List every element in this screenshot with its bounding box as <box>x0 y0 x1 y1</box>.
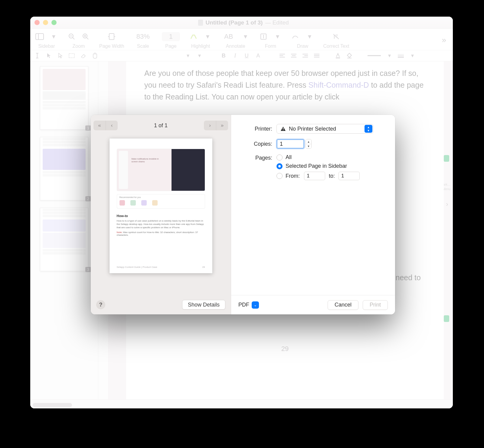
chevron-down-icon[interactable]: ▾ <box>408 52 416 60</box>
window-title: Untitled (Page 1 of 3) — Edited <box>60 19 427 26</box>
svg-rect-0 <box>36 34 44 40</box>
bold-icon[interactable]: B <box>220 52 227 60</box>
radio-icon <box>276 173 283 179</box>
page-thumbnail[interactable]: 1 <box>40 66 88 130</box>
pagewidth-label: Page Width <box>99 44 124 49</box>
page-thumbnail[interactable]: 3 <box>40 208 88 271</box>
print-button[interactable]: Print <box>363 300 388 310</box>
annotate-icon: AB <box>221 33 236 41</box>
align-left-icon[interactable] <box>278 52 286 60</box>
pages-from-label: From: <box>286 173 300 179</box>
draw-label: Draw <box>297 44 308 49</box>
text-cursor-icon[interactable] <box>33 52 41 60</box>
copies-stepper[interactable]: ▲ ▼ <box>306 139 312 149</box>
text-color-icon[interactable] <box>334 52 342 60</box>
correct-label: Correct Text <box>323 44 349 49</box>
copies-label: Copies: <box>242 141 272 147</box>
dropdown-icon[interactable]: ▾ <box>184 52 192 60</box>
printer-value: No Printer Selected <box>289 126 336 132</box>
annotate-label: Annotate <box>226 44 245 49</box>
preview-page: Make notifications invisible in screen s… <box>110 138 212 273</box>
preview-nav-back: « ‹ <box>93 121 118 130</box>
cancel-button[interactable]: Cancel <box>328 300 358 310</box>
warning-icon <box>280 126 286 131</box>
pdf-menu[interactable]: PDF ⌄ <box>238 301 259 309</box>
svg-rect-12 <box>69 54 74 58</box>
dropdown-icon[interactable]: ▾ <box>195 52 203 60</box>
page-group[interactable]: 1 Page <box>162 31 180 49</box>
scale-group[interactable]: 83% Scale <box>133 31 153 49</box>
printer-select[interactable]: No Printer Selected ▲▼ <box>276 124 373 134</box>
pointer-outline-icon[interactable] <box>56 52 64 60</box>
minimize-window-icon[interactable] <box>43 20 48 25</box>
form-group[interactable]: ▾ Form <box>259 31 282 49</box>
align-justify-icon[interactable] <box>313 52 321 60</box>
pages-all-label: All <box>286 154 292 161</box>
preview-recommended: Recommended for you <box>117 194 205 209</box>
draw-group[interactable]: ▾ Draw <box>291 31 314 49</box>
pages-all-option[interactable]: All <box>276 154 384 161</box>
fullscreen-window-icon[interactable] <box>51 20 57 25</box>
show-details-button[interactable]: Show Details <box>182 300 225 310</box>
underline-icon[interactable]: U <box>243 52 250 60</box>
copies-input[interactable] <box>276 139 304 149</box>
stepper-down-icon[interactable]: ▼ <box>306 144 311 148</box>
sidebar-toggle[interactable]: ▾ Sidebar <box>35 31 58 49</box>
align-right-icon[interactable] <box>301 52 309 60</box>
hand-icon[interactable] <box>91 52 99 60</box>
overflow-icon[interactable]: » <box>442 35 448 45</box>
highlight-group[interactable]: ▾ Highlight <box>189 31 212 49</box>
page-thumbnail[interactable]: 2 <box>40 137 88 200</box>
pages-selected-option[interactable]: Selected Page in Sidebar <box>276 163 384 169</box>
draw-icon <box>291 32 300 41</box>
svg-rect-31 <box>283 128 283 129</box>
titlebar: Untitled (Page 1 of 3) — Edited <box>30 17 453 29</box>
shortcut-link[interactable]: Shift-Command-D <box>309 81 369 89</box>
print-preview-panel: « ‹ 1 of 1 › » Make notifications invisi… <box>91 115 231 314</box>
thumbnail-sidebar: 1 2 3 <box>30 61 98 408</box>
chevron-down-icon: ⌄ <box>252 301 259 309</box>
preview-hero: Make notifications invisible in screen s… <box>117 149 205 191</box>
preview-note: Note: Max symbol count for How-to title:… <box>117 231 205 236</box>
next-page-button[interactable]: › <box>204 121 216 130</box>
horizontal-scrollbar[interactable] <box>33 403 72 407</box>
zoom-out-icon[interactable] <box>67 32 76 41</box>
marquee-icon[interactable] <box>68 52 76 60</box>
chevron-down-icon: ▾ <box>273 32 282 41</box>
help-button[interactable]: ? <box>96 300 105 309</box>
line-style-icon[interactable] <box>367 52 382 60</box>
annotate-group[interactable]: AB▾ Annotate <box>221 31 250 49</box>
accent-marker <box>444 315 449 322</box>
correct-text-icon <box>332 32 341 41</box>
close-window-icon[interactable] <box>34 20 40 25</box>
thumb-pagenum: 2 <box>85 196 91 201</box>
zoom-group[interactable]: Zoom <box>67 31 90 49</box>
fill-color-icon[interactable] <box>345 52 353 60</box>
eraser-icon[interactable] <box>79 52 87 60</box>
stepper-up-icon[interactable]: ▲ <box>306 139 311 144</box>
font-icon[interactable]: A <box>254 52 262 60</box>
traffic-lights <box>34 20 57 25</box>
last-page-button[interactable]: » <box>216 121 228 130</box>
pages-to-label: to: <box>329 173 335 179</box>
page-value[interactable]: 1 <box>162 32 180 41</box>
first-page-button[interactable]: « <box>93 121 106 130</box>
radio-icon <box>276 154 283 161</box>
chevron-down-icon[interactable]: ▾ <box>385 52 393 60</box>
footer-bar <box>30 399 453 408</box>
line-width-icon[interactable] <box>397 52 405 60</box>
pointer-icon[interactable] <box>45 52 53 60</box>
scroll-right-icon[interactable]: › <box>443 200 451 208</box>
pages-range-option[interactable]: From: to: <box>276 172 384 180</box>
zoom-in-icon[interactable] <box>81 32 90 41</box>
pages-to-input[interactable] <box>338 172 360 180</box>
prev-page-button[interactable]: ‹ <box>106 121 118 130</box>
pagewidth-group[interactable]: Page Width <box>99 31 124 49</box>
pages-from-input[interactable] <box>304 172 325 180</box>
preview-footer: Setapp Content Guide | Product Case 28 <box>117 266 205 268</box>
italic-icon[interactable]: I <box>231 52 239 60</box>
align-center-icon[interactable] <box>290 52 298 60</box>
sidebar-label: Sidebar <box>38 44 55 49</box>
correct-group[interactable]: Correct Text <box>323 31 349 49</box>
svg-rect-9 <box>109 34 114 40</box>
